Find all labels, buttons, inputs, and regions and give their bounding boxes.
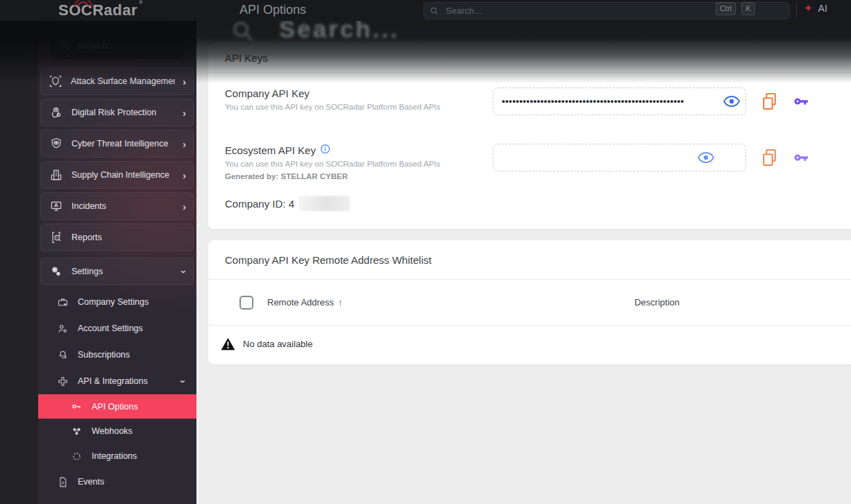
whitelist-table-header: Remote Address ↑ Description [208, 280, 851, 326]
remote-address-column-header[interactable]: Remote Address ↑ [267, 297, 343, 308]
global-search-placeholder: Search... [446, 6, 482, 16]
company-api-key-label: Company API Key [225, 87, 493, 99]
key-action-icon[interactable] [793, 149, 811, 166]
building-icon [49, 168, 64, 182]
copy-icon[interactable] [761, 92, 778, 111]
ecosystem-api-key-description: You can use this API key on SOCRadar Pla… [225, 160, 493, 168]
sidebar-item-label: Supply Chain Intelligence [71, 170, 175, 180]
report-chart-icon [49, 230, 64, 244]
empty-state-row: No data available [208, 326, 851, 364]
socradar-logo[interactable]: SOCRadar® [58, 1, 142, 19]
masked-api-key-value: ••••••••••••••••••••••••••••••••••••••••… [502, 96, 736, 106]
shield-eye-icon [49, 137, 64, 151]
reveal-eye-icon[interactable] [723, 95, 741, 108]
sidebar-item-events[interactable]: Events [40, 469, 194, 495]
reveal-eye-icon[interactable] [697, 151, 715, 165]
sparkle-icon: ✦ [804, 2, 813, 15]
sidebar-item-attack-surface-management[interactable]: Attack Surface Management › [40, 67, 194, 95]
sidebar-search-placeholder: Search... [77, 40, 116, 51]
select-all-checkbox[interactable] [239, 296, 253, 310]
sidebar-item-label: Reports [71, 233, 186, 242]
page-title: API Options [239, 3, 306, 17]
monitor-alert-icon [49, 199, 64, 213]
ai-button-label: AI [818, 3, 827, 14]
redacted-company-id [298, 196, 350, 211]
sync-circle-icon [69, 451, 84, 462]
key-action-icon[interactable] [793, 93, 811, 110]
sidebar-search-input[interactable]: Search... [50, 31, 185, 60]
chevron-right-icon: › [183, 169, 186, 181]
sidebar-item-label: Cyber Threat Intelligence [71, 139, 175, 149]
k-key-badge: K [741, 2, 755, 15]
user-gear-icon [55, 323, 70, 335]
sidebar-item-cyber-threat-intelligence[interactable]: Cyber Threat Intelligence › [40, 130, 194, 158]
ecosystem-api-key-row: Ecosystem API Key You can use this API k… [208, 126, 851, 187]
chevron-right-icon: › [183, 107, 186, 119]
empty-state-text: No data available [243, 339, 312, 349]
chevron-right-icon: › [183, 138, 186, 150]
sidebar-item-settings[interactable]: Settings › [40, 258, 194, 285]
description-column-header: Description [634, 297, 680, 308]
radar-arcs-icon [69, 0, 97, 8]
info-icon[interactable] [320, 144, 330, 156]
api-keys-card: API Keys Company API Key You can use thi… [208, 43, 851, 229]
sidebar-item-webhooks[interactable]: Webhooks [40, 419, 194, 444]
search-icon [430, 6, 439, 16]
sidebar-item-supply-chain-intelligence[interactable]: Supply Chain Intelligence › [40, 161, 194, 189]
ecosystem-api-key-field[interactable] [493, 144, 746, 171]
plus-cross-icon [55, 376, 70, 387]
sidebar-item-label: Incidents [71, 201, 175, 211]
sidebar-item-label: Company Settings [78, 297, 185, 307]
company-api-key-row: Company API Key You can use this API key… [208, 73, 851, 126]
sort-ascending-icon: ↑ [338, 297, 343, 308]
sidebar-item-label: Attack Surface Management [71, 76, 175, 86]
sidebar-item-label: Account Settings [78, 324, 185, 333]
briefcase-gear-icon [55, 296, 70, 308]
bell-gear-icon [55, 349, 70, 361]
company-api-key-description: You can use this API key on SOCRadar Pla… [225, 103, 493, 111]
whitelist-card-title: Company API Key Remote Address Whitelist [208, 240, 851, 280]
header-separator [796, 3, 797, 18]
sidebar-item-api-options[interactable]: API Options [38, 394, 196, 419]
sidebar-item-label: Integrations [92, 451, 185, 461]
webhook-icon [69, 426, 84, 437]
sidebar-item-account-settings[interactable]: Account Settings [40, 315, 194, 342]
api-keys-card-title: API Keys [208, 43, 851, 73]
ecosystem-api-key-label: Ecosystem API Key [225, 144, 316, 156]
sidebar-item-reports[interactable]: Reports [40, 224, 194, 251]
sidebar-item-digital-risk-protection[interactable]: Digital Risk Protection › [40, 99, 194, 126]
sidebar-item-label: API Options [92, 402, 188, 412]
main-content: API Keys Company API Key You can use thi… [196, 0, 851, 504]
sidebar-item-incidents[interactable]: Incidents › [40, 192, 194, 220]
warning-triangle-icon [221, 337, 235, 351]
chevron-down-icon: › [178, 380, 189, 383]
file-icon [55, 476, 70, 488]
chevron-down-icon: › [178, 270, 190, 274]
hand-icon [49, 106, 64, 119]
sidebar: Search... Attack Surface Management › Di… [38, 0, 196, 504]
ai-assistant-button[interactable]: ✦ AI [804, 2, 827, 15]
gears-icon [49, 264, 64, 278]
sidebar-item-subscriptions[interactable]: Subscriptions [40, 342, 194, 368]
sidebar-item-company-settings[interactable]: Company Settings [40, 289, 194, 315]
sidebar-item-label: API & Integrations [78, 376, 174, 386]
company-api-key-field[interactable]: ••••••••••••••••••••••••••••••••••••••••… [493, 87, 746, 115]
whitelist-card: Company API Key Remote Address Whitelist… [208, 240, 851, 364]
sidebar-item-api-integrations[interactable]: API & Integrations › [40, 368, 194, 394]
shield-target-icon [49, 74, 63, 88]
key-icon [69, 401, 84, 412]
sidebar-item-label: Events [78, 477, 185, 487]
company-id-label: Company ID: 4 [225, 198, 294, 210]
ctrl-key-badge: Ctrl [716, 2, 736, 15]
copy-icon[interactable] [761, 149, 778, 167]
sidebar-item-label: Settings [71, 267, 175, 276]
sidebar-item-label: Subscriptions [78, 350, 185, 360]
chevron-right-icon: › [183, 201, 186, 212]
sidebar-nav: Attack Surface Management › Digital Risk… [40, 67, 194, 495]
sidebar-item-label: Digital Risk Protection [71, 108, 175, 117]
registered-mark: ® [139, 0, 143, 6]
generated-by-label: Generated by: STELLAR CYBER [225, 172, 493, 180]
company-id-row: Company ID: 4 [208, 187, 851, 229]
sidebar-item-integrations[interactable]: Integrations [40, 444, 194, 469]
sidebar-item-label: Webhooks [92, 426, 185, 436]
